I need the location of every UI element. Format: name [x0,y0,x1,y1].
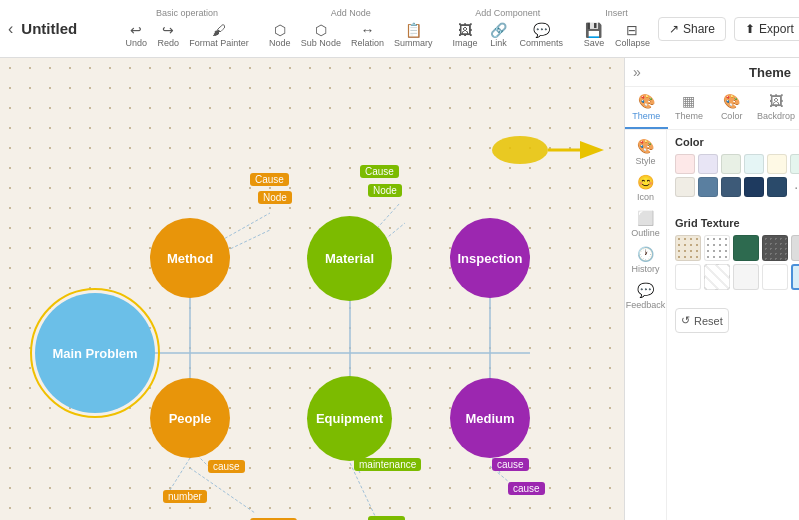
history-nav-item[interactable]: 🕐 History [625,242,666,278]
texture-swatch-8[interactable] [733,264,759,290]
color-swatch-3[interactable] [721,154,741,174]
texture-swatch-7[interactable] [704,264,730,290]
main-problem-container[interactable]: Main Problem [30,288,160,418]
insert-label: Insert [605,8,628,18]
tab-theme2-label: Theme [675,111,703,121]
tab-backdrop[interactable]: 🖼 Backdrop [753,87,799,129]
texture-section-title: Grid Texture [675,217,791,229]
people-node[interactable]: People [150,378,230,458]
cause-tag-1[interactable]: Cause [250,173,289,186]
medium-node[interactable]: Medium [450,378,530,458]
comments-button[interactable]: 💬 Comments [515,20,567,50]
maintenance-tag[interactable]: maintenance [354,458,421,471]
feedback-icon: 💬 [637,282,654,298]
summary-button[interactable]: 📋 Summary [390,20,437,50]
inspection-node[interactable]: Inspection [450,218,530,298]
cause-tag-4[interactable]: cause [368,516,405,520]
node-tag-2[interactable]: Node [368,184,402,197]
link-button[interactable]: 🔗 Link [483,20,513,50]
outline-icon: ⬜ [637,210,654,226]
texture-swatch-1[interactable] [675,235,701,261]
save-icon: 💾 [585,22,602,38]
sub-node-button[interactable]: ⬡ Sub Node [297,20,345,50]
undo-button[interactable]: ↩ Undo [121,20,151,50]
number-tag[interactable]: number [163,490,207,503]
cause-tag-5[interactable]: cause [492,458,529,471]
right-panel: » Theme 🎨 Theme ▦ Theme 🎨 Color 🖼 Backdr… [624,58,799,520]
node-button[interactable]: ⬡ Node [265,20,295,50]
color-swatch-2[interactable] [698,154,718,174]
panel-collapse-button[interactable]: » [633,64,641,80]
cause-tag-3[interactable]: cause [208,460,245,473]
add-node-group: Add Node ⬡ Node ⬡ Sub Node ↔ Relation 📋 … [265,8,437,50]
back-button[interactable]: ‹ [8,20,13,38]
color-swatch-8[interactable] [698,177,718,197]
collapse-button[interactable]: ⊟ Collapse [611,20,654,50]
tab-theme[interactable]: 🎨 Theme [625,87,668,129]
reset-icon: ↺ [681,314,690,327]
color-swatch-1[interactable] [675,154,695,174]
theme2-tab-icon: ▦ [682,93,695,109]
material-node[interactable]: Material [307,216,392,301]
diagram-canvas[interactable]: Main Problem Method Material Inspection … [0,58,624,520]
method-node[interactable]: Method [150,218,230,298]
export-label: Export [759,22,794,36]
share-label: Share [683,22,715,36]
relation-button[interactable]: ↔ Relation [347,20,388,50]
image-button[interactable]: 🖼 Image [448,20,481,50]
share-button[interactable]: ↗ Share [658,17,726,41]
sub-node-icon: ⬡ [315,22,327,38]
arrow-annotation [490,130,610,173]
add-component-group: Add Component 🖼 Image 🔗 Link 💬 Comments [448,8,567,50]
node-icon: ⬡ [274,22,286,38]
format-painter-icon: 🖌 [212,22,226,38]
reset-label: Reset [694,315,723,327]
redo-button[interactable]: ↪ Redo [153,20,183,50]
texture-grid [675,235,791,290]
color-more-button[interactable]: ··· [790,177,799,197]
tab-color[interactable]: 🎨 Color [710,87,753,129]
equipment-node[interactable]: Equipment [307,376,392,461]
cause-tag-2[interactable]: Cause [360,165,399,178]
color-swatch-10[interactable] [744,177,764,197]
save-button[interactable]: 💾 Save [579,20,609,50]
basic-operation-group: Basic operation ↩ Undo ↪ Redo 🖌 Format P… [121,8,253,50]
outline-nav-item[interactable]: ⬜ Outline [625,206,666,242]
relation-icon: ↔ [360,22,374,38]
texture-swatch-10[interactable] [791,264,799,290]
feedback-nav-item[interactable]: 💬 Feedback [625,278,666,314]
node-tag-1[interactable]: Node [258,191,292,204]
cause-tag-6[interactable]: cause [508,482,545,495]
color-swatch-7[interactable] [675,177,695,197]
tab-theme2[interactable]: ▦ Theme [668,87,711,129]
color-swatch-5[interactable] [767,154,787,174]
backdrop-tab-icon: 🖼 [769,93,783,109]
main-problem-node[interactable]: Main Problem [35,293,155,413]
export-button[interactable]: ⬆ Export [734,17,799,41]
main-problem-label: Main Problem [52,346,137,361]
color-grid: ··· [675,154,791,197]
redo-icon: ↪ [162,22,174,38]
svg-line-14 [170,458,190,490]
basic-operation-label: Basic operation [156,8,218,18]
color-swatch-4[interactable] [744,154,764,174]
icon-nav-item[interactable]: 😊 Icon [625,170,666,206]
toolbar-right: ↗ Share ⬆ Export [658,17,799,41]
reset-button[interactable]: ↺ Reset [675,308,729,333]
add-component-label: Add Component [475,8,540,18]
texture-swatch-4[interactable] [762,235,788,261]
texture-swatch-6[interactable] [675,264,701,290]
texture-swatch-2[interactable] [704,235,730,261]
style-icon: 🎨 [637,138,654,154]
texture-swatch-3[interactable] [733,235,759,261]
tab-theme-label: Theme [632,111,660,121]
comments-icon: 💬 [533,22,550,38]
color-swatch-6[interactable] [790,154,799,174]
format-painter-button[interactable]: 🖌 Format Painter [185,20,253,50]
texture-swatch-5[interactable] [791,235,799,261]
style-nav-item[interactable]: 🎨 Style [625,134,666,170]
color-swatch-9[interactable] [721,177,741,197]
texture-swatch-9[interactable] [762,264,788,290]
panel-left-nav: 🎨 Style 😊 Icon ⬜ Outline 🕐 History 💬 [625,130,667,520]
color-swatch-11[interactable] [767,177,787,197]
